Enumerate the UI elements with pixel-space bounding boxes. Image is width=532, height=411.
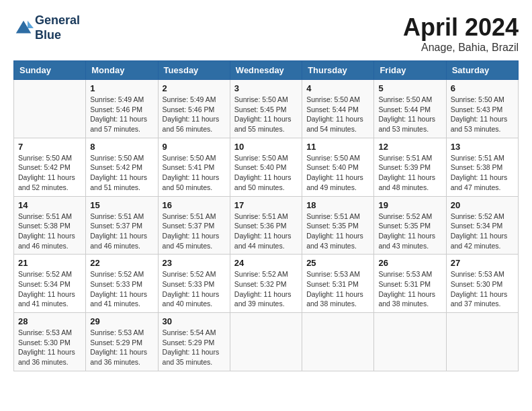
day-number: 27 [451,258,514,268]
day-info: Sunrise: 5:49 AMSunset: 5:46 PMDaylight:… [163,95,226,134]
day-info: Sunrise: 5:51 AMSunset: 5:39 PMDaylight:… [378,153,441,193]
week-row-4: 21Sunrise: 5:52 AMSunset: 5:34 PMDayligh… [14,255,519,313]
day-info: Sunrise: 5:51 AMSunset: 5:38 PMDaylight:… [18,212,81,251]
day-cell: 11Sunrise: 5:50 AMSunset: 5:40 PMDayligh… [302,138,374,196]
day-number: 10 [234,142,298,152]
svg-marker-1 [28,20,34,28]
week-row-1: 1Sunrise: 5:49 AMSunset: 5:46 PMDaylight… [14,80,519,138]
day-info: Sunrise: 5:52 AMSunset: 5:32 PMDaylight:… [234,269,298,309]
day-number: 15 [90,200,153,210]
day-number: 4 [306,83,369,93]
calendar-header-row: SundayMondayTuesdayWednesdayThursdayFrid… [14,61,519,80]
day-number: 11 [306,142,369,152]
day-cell: 9Sunrise: 5:50 AMSunset: 5:41 PMDaylight… [158,138,230,196]
day-cell: 18Sunrise: 5:51 AMSunset: 5:35 PMDayligh… [302,196,374,255]
logo-icon [13,18,34,38]
day-number: 8 [90,142,153,152]
day-number: 20 [451,200,514,210]
week-row-5: 28Sunrise: 5:53 AMSunset: 5:30 PMDayligh… [14,313,519,371]
day-cell: 10Sunrise: 5:50 AMSunset: 5:40 PMDayligh… [230,138,302,196]
day-cell: 1Sunrise: 5:49 AMSunset: 5:46 PMDaylight… [86,80,158,138]
day-cell: 8Sunrise: 5:50 AMSunset: 5:42 PMDaylight… [86,138,158,196]
day-info: Sunrise: 5:51 AMSunset: 5:37 PMDaylight:… [163,212,226,251]
day-cell: 14Sunrise: 5:51 AMSunset: 5:38 PMDayligh… [14,196,86,255]
header-monday: Monday [86,61,158,80]
day-info: Sunrise: 5:50 AMSunset: 5:40 PMDaylight:… [306,153,369,193]
calendar-subtitle: Anage, Bahia, Brazil [403,42,519,54]
day-cell: 25Sunrise: 5:53 AMSunset: 5:31 PMDayligh… [302,255,374,313]
day-number: 14 [18,200,81,210]
day-number: 25 [306,258,369,268]
day-info: Sunrise: 5:50 AMSunset: 5:40 PMDaylight:… [234,153,298,193]
day-cell: 17Sunrise: 5:51 AMSunset: 5:36 PMDayligh… [230,196,302,255]
day-number: 23 [163,258,226,268]
day-number: 30 [163,316,226,326]
header-saturday: Saturday [446,61,518,80]
day-info: Sunrise: 5:51 AMSunset: 5:35 PMDaylight:… [306,212,369,251]
day-info: Sunrise: 5:50 AMSunset: 5:44 PMDaylight:… [306,95,369,134]
day-info: Sunrise: 5:52 AMSunset: 5:34 PMDaylight:… [18,269,81,309]
day-cell: 4Sunrise: 5:50 AMSunset: 5:44 PMDaylight… [302,80,374,138]
day-info: Sunrise: 5:51 AMSunset: 5:38 PMDaylight:… [451,153,514,193]
day-number: 28 [18,316,81,326]
day-info: Sunrise: 5:54 AMSunset: 5:29 PMDaylight:… [163,328,226,367]
day-info: Sunrise: 5:53 AMSunset: 5:30 PMDaylight:… [451,269,514,309]
day-info: Sunrise: 5:49 AMSunset: 5:46 PMDaylight:… [90,95,153,134]
day-cell: 23Sunrise: 5:52 AMSunset: 5:33 PMDayligh… [158,255,230,313]
logo-text: General Blue [35,13,80,42]
day-info: Sunrise: 5:53 AMSunset: 5:29 PMDaylight:… [90,328,153,367]
day-cell: 15Sunrise: 5:51 AMSunset: 5:37 PMDayligh… [86,196,158,255]
day-info: Sunrise: 5:53 AMSunset: 5:30 PMDaylight:… [18,328,81,367]
day-cell: 3Sunrise: 5:50 AMSunset: 5:45 PMDaylight… [230,80,302,138]
day-cell [230,313,302,371]
day-cell: 7Sunrise: 5:50 AMSunset: 5:42 PMDaylight… [14,138,86,196]
day-info: Sunrise: 5:51 AMSunset: 5:36 PMDaylight:… [234,212,298,251]
day-number: 29 [90,316,153,326]
day-cell: 6Sunrise: 5:50 AMSunset: 5:43 PMDaylight… [446,80,518,138]
day-cell [14,80,86,138]
title-area: April 2024 Anage, Bahia, Brazil [403,13,519,54]
logo: General Blue [13,13,80,42]
day-cell [302,313,374,371]
day-info: Sunrise: 5:50 AMSunset: 5:42 PMDaylight:… [18,153,81,193]
day-info: Sunrise: 5:53 AMSunset: 5:31 PMDaylight:… [378,269,441,309]
day-cell: 12Sunrise: 5:51 AMSunset: 5:39 PMDayligh… [374,138,446,196]
header-tuesday: Tuesday [158,61,230,80]
day-cell: 28Sunrise: 5:53 AMSunset: 5:30 PMDayligh… [14,313,86,371]
header-friday: Friday [374,61,446,80]
day-number: 21 [18,258,81,268]
day-number: 9 [163,142,226,152]
day-cell: 19Sunrise: 5:52 AMSunset: 5:35 PMDayligh… [374,196,446,255]
day-number: 19 [378,200,441,210]
day-info: Sunrise: 5:52 AMSunset: 5:33 PMDaylight:… [163,269,226,309]
day-number: 7 [18,142,81,152]
day-info: Sunrise: 5:50 AMSunset: 5:45 PMDaylight:… [234,95,298,134]
page-header: General Blue April 2024 Anage, Bahia, Br… [13,13,519,54]
calendar-table: SundayMondayTuesdayWednesdayThursdayFrid… [13,60,519,371]
day-cell [446,313,518,371]
day-number: 2 [163,83,226,93]
day-info: Sunrise: 5:53 AMSunset: 5:31 PMDaylight:… [306,269,369,309]
day-info: Sunrise: 5:50 AMSunset: 5:41 PMDaylight:… [163,153,226,193]
day-number: 22 [90,258,153,268]
day-number: 18 [306,200,369,210]
day-cell: 27Sunrise: 5:53 AMSunset: 5:30 PMDayligh… [446,255,518,313]
day-number: 17 [234,200,298,210]
week-row-2: 7Sunrise: 5:50 AMSunset: 5:42 PMDaylight… [14,138,519,196]
day-number: 12 [378,142,441,152]
day-cell: 13Sunrise: 5:51 AMSunset: 5:38 PMDayligh… [446,138,518,196]
header-sunday: Sunday [14,61,86,80]
day-cell: 29Sunrise: 5:53 AMSunset: 5:29 PMDayligh… [86,313,158,371]
day-number: 16 [163,200,226,210]
day-number: 1 [90,83,153,93]
day-info: Sunrise: 5:52 AMSunset: 5:34 PMDaylight:… [451,212,514,251]
day-info: Sunrise: 5:50 AMSunset: 5:44 PMDaylight:… [378,95,441,134]
day-info: Sunrise: 5:50 AMSunset: 5:43 PMDaylight:… [451,95,514,134]
day-cell: 5Sunrise: 5:50 AMSunset: 5:44 PMDaylight… [374,80,446,138]
day-cell: 22Sunrise: 5:52 AMSunset: 5:33 PMDayligh… [86,255,158,313]
day-cell: 26Sunrise: 5:53 AMSunset: 5:31 PMDayligh… [374,255,446,313]
day-info: Sunrise: 5:52 AMSunset: 5:35 PMDaylight:… [378,212,441,251]
day-number: 5 [378,83,441,93]
week-row-3: 14Sunrise: 5:51 AMSunset: 5:38 PMDayligh… [14,196,519,255]
day-number: 3 [234,83,298,93]
